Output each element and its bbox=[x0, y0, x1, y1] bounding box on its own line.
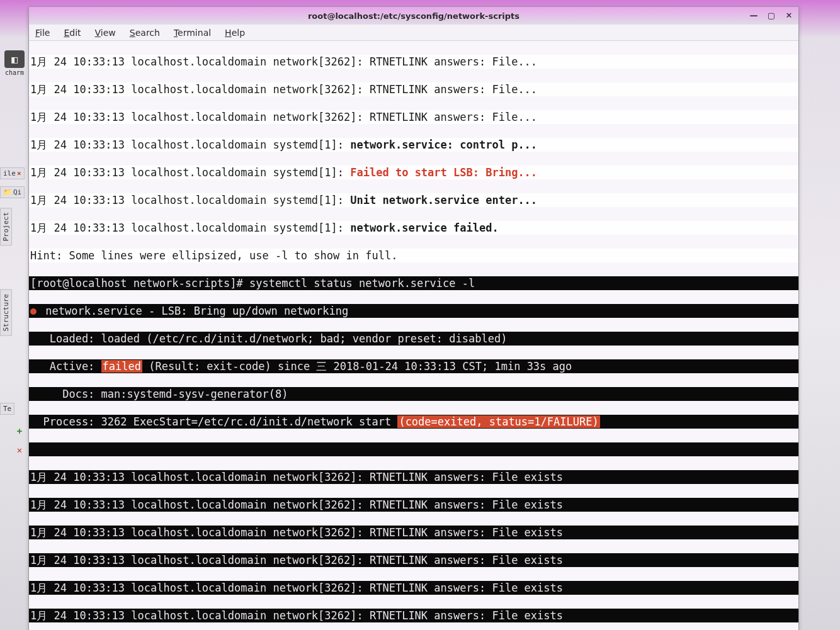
shell-command: systemctl status network.service -l bbox=[249, 277, 475, 290]
log-line: 1月 24 10:33:13 localhost.localdomain net… bbox=[30, 609, 563, 622]
service-active-label: Active: bbox=[30, 360, 101, 373]
log-line: 1月 24 10:33:13 localhost.localdomain net… bbox=[30, 471, 563, 483]
menu-help[interactable]: Help bbox=[225, 28, 245, 38]
close-button[interactable]: ✕ bbox=[14, 444, 25, 456]
log-line-error: Failed to start LSB: Bring... bbox=[350, 166, 537, 179]
titlebar[interactable]: root@localhost:/etc/sysconfig/network-sc… bbox=[29, 7, 798, 25]
service-active-detail: (Result: exit-code) since 三 2018-01-24 1… bbox=[142, 360, 572, 373]
status-badge-exitcode: (code=exited, status=1/FAILURE) bbox=[397, 415, 599, 428]
close-window-button[interactable]: ✕ bbox=[783, 9, 795, 21]
log-line: 1月 24 10:33:13 localhost.localdomain net… bbox=[30, 526, 563, 539]
folder-icon: 📁 bbox=[3, 188, 12, 196]
app-icon: ◧ bbox=[4, 50, 25, 68]
side-tab-qi-label: Qi bbox=[13, 188, 21, 196]
menu-terminal[interactable]: Terminal bbox=[174, 28, 211, 38]
close-icon[interactable]: × bbox=[17, 169, 21, 177]
log-line: 1月 24 10:33:13 localhost.localdomain sys… bbox=[30, 194, 350, 206]
side-tab-structure-label: Structure bbox=[2, 294, 10, 332]
log-line: 1月 24 10:33:13 localhost.localdomain net… bbox=[30, 554, 563, 566]
side-tab-project-label: Project bbox=[2, 212, 10, 241]
log-line: 1月 24 10:33:13 localhost.localdomain net… bbox=[30, 111, 537, 123]
log-line-bold: network.service failed. bbox=[350, 222, 498, 234]
desktop-shortcut-icon[interactable]: ◧ charm bbox=[3, 50, 26, 74]
service-header: network.service - LSB: Bring up/down net… bbox=[39, 305, 348, 317]
log-line: 1月 24 10:33:13 localhost.localdomain sys… bbox=[30, 166, 350, 179]
shell-prompt: [root@localhost network-scripts]# bbox=[30, 277, 249, 290]
service-loaded: Loaded: loaded (/etc/rc.d/init.d/network… bbox=[30, 332, 507, 345]
log-line-bold: network.service: control p... bbox=[350, 138, 537, 151]
hint-line: Hint: Some lines were ellipsized, use -l… bbox=[30, 249, 397, 262]
log-line: 1月 24 10:33:13 localhost.localdomain sys… bbox=[30, 222, 350, 234]
log-line: 1月 24 10:33:13 localhost.localdomain net… bbox=[30, 55, 537, 68]
side-tab-file-label: ile bbox=[3, 169, 16, 177]
add-button[interactable]: + bbox=[14, 425, 25, 437]
window-title: root@localhost:/etc/sysconfig/network-sc… bbox=[308, 11, 519, 21]
status-dot-icon bbox=[30, 308, 37, 315]
menu-edit[interactable]: Edit bbox=[64, 28, 81, 38]
side-tab-te[interactable]: Te bbox=[0, 403, 14, 415]
service-process: Process: 3262 ExecStart=/etc/rc.d/init.d… bbox=[30, 415, 397, 428]
side-tab-qi[interactable]: 📁 Qi bbox=[0, 186, 25, 198]
terminal-window: root@localhost:/etc/sysconfig/network-sc… bbox=[28, 6, 799, 630]
log-line: 1月 24 10:33:13 localhost.localdomain net… bbox=[30, 498, 563, 511]
desktop-shortcut-label: charm bbox=[3, 69, 26, 76]
minimize-button[interactable]: — bbox=[748, 9, 759, 21]
side-tab-file[interactable]: ile × bbox=[0, 167, 25, 179]
status-badge-failed: failed bbox=[101, 360, 142, 373]
log-line: 1月 24 10:33:13 localhost.localdomain net… bbox=[30, 582, 563, 594]
terminal-content[interactable]: 1月 24 10:33:13 localhost.localdomain net… bbox=[29, 41, 798, 630]
log-line: 1月 24 10:33:13 localhost.localdomain sys… bbox=[30, 138, 350, 151]
maximize-button[interactable]: ▢ bbox=[766, 9, 777, 21]
menu-file[interactable]: File bbox=[35, 28, 50, 38]
side-tab-structure[interactable]: Structure bbox=[0, 290, 12, 336]
menubar: File Edit View Search Terminal Help bbox=[29, 25, 798, 41]
service-docs: Docs: man:systemd-sysv-generator(8) bbox=[30, 388, 288, 400]
log-line-bold: Unit network.service enter... bbox=[350, 194, 537, 206]
menu-search[interactable]: Search bbox=[130, 28, 160, 38]
side-tab-te-label: Te bbox=[3, 405, 11, 413]
menu-view[interactable]: View bbox=[95, 28, 116, 38]
side-tab-project[interactable]: Project bbox=[0, 208, 12, 245]
log-line: 1月 24 10:33:13 localhost.localdomain net… bbox=[30, 83, 537, 96]
